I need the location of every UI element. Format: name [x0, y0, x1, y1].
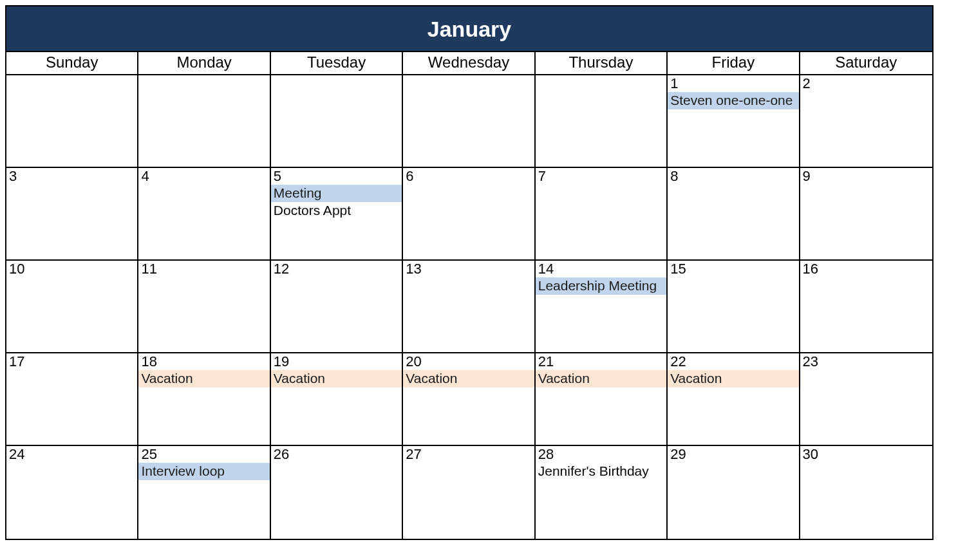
calendar-event[interactable]: Doctors Appt: [271, 202, 402, 219]
calendar-day-cell[interactable]: 23: [800, 353, 932, 446]
day-header-tuesday: Tuesday: [271, 52, 403, 75]
calendar-event[interactable]: Jennifer's Birthday: [536, 463, 666, 480]
calendar-day-cell[interactable]: 7: [536, 168, 668, 261]
calendar-event[interactable]: Interview loop: [138, 463, 269, 480]
calendar-day-cell[interactable]: 14Leadership Meeting: [536, 261, 668, 353]
calendar-event[interactable]: Meeting: [271, 185, 402, 201]
calendar-day-cell[interactable]: [6, 75, 138, 168]
calendar-day-cell[interactable]: 22Vacation: [668, 353, 800, 446]
calendar-day-cell[interactable]: [138, 75, 270, 168]
calendar-week: 345MeetingDoctors Appt6789: [6, 168, 932, 261]
calendar-day-cell[interactable]: 17: [6, 353, 138, 446]
calendar-day-cell[interactable]: 9: [800, 168, 932, 261]
day-number: 6: [403, 168, 534, 185]
day-number: 13: [403, 261, 534, 277]
day-header-saturday: Saturday: [800, 52, 932, 75]
calendar-day-cell[interactable]: 8: [668, 168, 800, 261]
day-number: 21: [536, 353, 666, 370]
calendar-week: 2425Interview loop262728Jennifer's Birth…: [6, 446, 932, 539]
calendar-day-cell[interactable]: [271, 75, 403, 168]
calendar-day-cell[interactable]: 30: [800, 446, 932, 539]
calendar-day-cell[interactable]: 13: [403, 261, 535, 353]
day-number: 17: [6, 353, 137, 370]
day-number: 4: [138, 168, 269, 185]
day-number: 2: [800, 75, 932, 92]
calendar-day-cell[interactable]: [403, 75, 535, 168]
day-number: 7: [536, 168, 666, 185]
day-number: 18: [138, 353, 269, 370]
calendar-day-cell[interactable]: 16: [800, 261, 932, 353]
day-number: 20: [403, 353, 534, 370]
day-number: 26: [271, 446, 402, 463]
calendar-day-cell[interactable]: 28Jennifer's Birthday: [536, 446, 668, 539]
day-number: 12: [271, 261, 402, 277]
day-header-thursday: Thursday: [536, 52, 668, 75]
day-number: 8: [668, 168, 798, 185]
calendar-day-cell[interactable]: 20Vacation: [403, 353, 535, 446]
calendar-day-cell[interactable]: 4: [138, 168, 270, 261]
calendar-week: 1Steven one-one-one2: [6, 75, 932, 168]
day-number: 9: [800, 168, 932, 185]
day-number: 1: [668, 75, 798, 92]
calendar-body: 1Steven one-one-one2345MeetingDoctors Ap…: [6, 75, 932, 539]
calendar: January Sunday Monday Tuesday Wednesday …: [5, 5, 934, 540]
day-number: 27: [403, 446, 534, 463]
calendar-day-cell[interactable]: 21Vacation: [536, 353, 668, 446]
calendar-day-cell[interactable]: 2: [800, 75, 932, 168]
day-header-wednesday: Wednesday: [403, 52, 535, 75]
calendar-event[interactable]: Steven one-one-one: [668, 92, 798, 109]
calendar-day-cell[interactable]: 24: [6, 446, 138, 539]
calendar-event[interactable]: Leadership Meeting: [536, 277, 666, 294]
day-header-friday: Friday: [668, 52, 800, 75]
calendar-day-cell[interactable]: 3: [6, 168, 138, 261]
day-number: 23: [800, 353, 932, 370]
day-number: 5: [271, 168, 402, 185]
day-number: 19: [271, 353, 402, 370]
day-number: 22: [668, 353, 798, 370]
calendar-day-cell[interactable]: 1Steven one-one-one: [668, 75, 800, 168]
day-number: 25: [138, 446, 269, 463]
calendar-day-cell[interactable]: 25Interview loop: [138, 446, 270, 539]
calendar-week: 1011121314Leadership Meeting1516: [6, 261, 932, 353]
calendar-day-cell[interactable]: 18Vacation: [138, 353, 270, 446]
month-title: January: [6, 6, 932, 52]
calendar-day-cell[interactable]: 10: [6, 261, 138, 353]
calendar-day-cell[interactable]: 11: [138, 261, 270, 353]
day-header-sunday: Sunday: [6, 52, 138, 75]
calendar-day-cell[interactable]: 5MeetingDoctors Appt: [271, 168, 403, 261]
calendar-day-cell[interactable]: 12: [271, 261, 403, 353]
day-number: 15: [668, 261, 798, 277]
calendar-day-cell[interactable]: 6: [403, 168, 535, 261]
calendar-day-cell[interactable]: 15: [668, 261, 800, 353]
calendar-day-cell[interactable]: 29: [668, 446, 800, 539]
day-number: 29: [668, 446, 798, 463]
day-number: 3: [6, 168, 137, 185]
calendar-day-cell[interactable]: 19Vacation: [271, 353, 403, 446]
calendar-day-cell[interactable]: 26: [271, 446, 403, 539]
calendar-event[interactable]: Vacation: [138, 370, 269, 387]
day-header-monday: Monday: [138, 52, 270, 75]
day-number: 10: [6, 261, 137, 277]
day-number: 11: [138, 261, 269, 277]
day-number: 14: [536, 261, 666, 277]
day-number: 30: [800, 446, 932, 463]
calendar-event[interactable]: Vacation: [536, 370, 666, 387]
day-number: 16: [800, 261, 932, 277]
calendar-event[interactable]: Vacation: [271, 370, 402, 387]
day-number: 28: [536, 446, 666, 463]
day-headers-row: Sunday Monday Tuesday Wednesday Thursday…: [6, 52, 932, 75]
calendar-event[interactable]: Vacation: [668, 370, 798, 387]
calendar-event[interactable]: Vacation: [403, 370, 534, 387]
day-number: 24: [6, 446, 137, 463]
calendar-day-cell[interactable]: [536, 75, 668, 168]
calendar-week: 1718Vacation19Vacation20Vacation21Vacati…: [6, 353, 932, 446]
calendar-day-cell[interactable]: 27: [403, 446, 535, 539]
